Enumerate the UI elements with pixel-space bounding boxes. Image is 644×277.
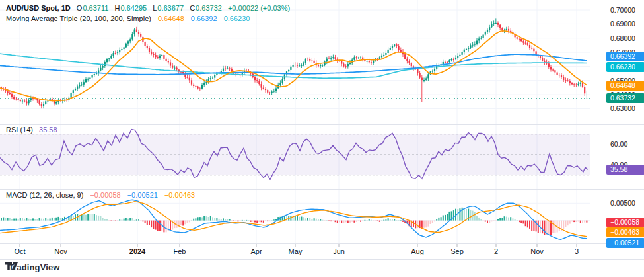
axis-badge: −0.00058 [606, 218, 644, 227]
macd-hist-value: −0.00058 [90, 191, 120, 199]
axis-badge: 35.58 [606, 165, 644, 175]
time-axis-label[interactable]: Aug [411, 247, 424, 255]
high-value: 0.64295 [120, 4, 147, 12]
close-value: 0.63732 [196, 4, 222, 12]
time-axis-label[interactable]: Jun [333, 247, 345, 255]
time-axis-label[interactable]: Sep [450, 247, 464, 255]
axis-badge: 0.63732 [606, 93, 644, 103]
time-axis-label[interactable]: Oct [14, 247, 25, 255]
ma20-value: 0.64648 [158, 15, 184, 22]
axis-label: 60.00 [610, 139, 627, 149]
change-value: +0.00022 (+0.03%) [228, 4, 290, 12]
time-axis-label[interactable]: 2024 [129, 247, 145, 255]
axis-badge: 0.64648 [606, 81, 644, 91]
ma-indicator-title[interactable]: Moving Average Triple (20, 100, 200, Sim… [6, 15, 151, 22]
symbol-title[interactable]: AUD/USD Spot, 1D [6, 4, 71, 12]
chart-canvas[interactable] [0, 0, 644, 277]
axis-badge: 0.66230 [606, 62, 644, 72]
macd-signal-value: −0.00463 [164, 191, 195, 199]
low-value: 0.63677 [157, 4, 184, 12]
open-label: O [77, 4, 83, 12]
macd-legend[interactable]: MACD (12, 26, close, 9) −0.00058 −0.0052… [6, 190, 195, 200]
rsi-value: 35.58 [39, 126, 57, 134]
axis-label: 0.63000 [610, 104, 635, 113]
rsi-indicator-title[interactable]: RSI (14) [6, 126, 33, 134]
ma100-value: 0.66392 [191, 15, 217, 22]
axis-label: 0.68000 [610, 34, 635, 43]
rsi-pane[interactable] [0, 130, 590, 180]
macd-indicator-title[interactable]: MACD (12, 26, close, 9) [6, 191, 83, 199]
macd-pane[interactable] [0, 200, 587, 239]
time-axis-label[interactable]: Nov [54, 247, 67, 255]
ma200-value: 0.66230 [224, 15, 250, 22]
main-legend-row-2[interactable]: Moving Average Triple (20, 100, 200, Sim… [6, 14, 250, 24]
time-axis-label[interactable]: 3 [575, 247, 579, 255]
axis-badge: −0.00463 [606, 227, 644, 237]
axis-label: 0.00500 [610, 198, 635, 208]
axis-label: 0.69000 [610, 19, 635, 28]
open-value: 0.63711 [83, 4, 108, 12]
time-axis-label[interactable]: Feb [174, 247, 186, 255]
tradingview-logo-icon [5, 262, 18, 272]
tradingview-watermark[interactable]: TradingView [5, 262, 59, 272]
time-axis-label[interactable]: 2 [494, 247, 498, 255]
axis-badge: 0.66392 [606, 52, 644, 61]
macd-line-value: −0.00521 [127, 191, 158, 199]
time-axis-label[interactable]: Nov [530, 247, 544, 255]
close-label: C [190, 4, 195, 12]
low-label: L [153, 4, 157, 12]
tradingview-chart-window: AUD/USD Spot, 1D O0.63711 H0.64295 L0.63… [0, 0, 644, 277]
high-label: H [114, 4, 120, 12]
gridlines-layer [0, 0, 590, 247]
time-axis-label[interactable]: May [289, 247, 303, 255]
rsi-legend[interactable]: RSI (14) 35.58 [6, 125, 57, 135]
axis-label: 0.70000 [610, 5, 635, 15]
main-legend-row-1[interactable]: AUD/USD Spot, 1D O0.63711 H0.64295 L0.63… [6, 3, 290, 13]
time-axis-label[interactable]: Apr [250, 247, 262, 255]
axis-badge: −0.00521 [606, 238, 644, 248]
